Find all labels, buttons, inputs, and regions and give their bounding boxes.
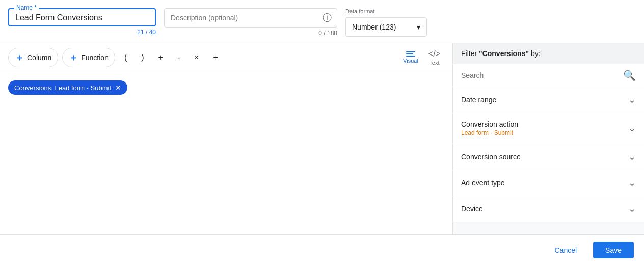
open-paren-button[interactable]: ( — [119, 50, 132, 65]
filter-panel: Filter "Conversions" by: 🔍 Date range ⌄ … — [453, 43, 644, 234]
pill-close-button[interactable]: ✕ — [115, 84, 121, 92]
visual-icon — [406, 51, 415, 57]
column-plus-icon: ＋ — [15, 51, 24, 64]
divide-button[interactable]: ÷ — [208, 50, 223, 65]
function-button[interactable]: ＋ Function — [62, 48, 115, 67]
chevron-down-icon: ⌄ — [628, 203, 636, 214]
filter-search: 🔍 — [453, 64, 644, 87]
function-label: Function — [81, 53, 109, 62]
main-area: ＋ Column ＋ Function ( ) + - × ÷ Visual — [0, 43, 644, 234]
filter-item-ad-event-type-title: Ad event type — [461, 179, 505, 187]
function-plus-icon: ＋ — [69, 51, 78, 64]
visual-label: Visual — [403, 58, 418, 64]
pill-label: Conversions: Lead form - Submit — [14, 84, 111, 92]
filter-header-suffix: by: — [529, 49, 541, 58]
chevron-down-icon: ⌄ — [628, 94, 636, 105]
minus-button[interactable]: - — [172, 50, 185, 65]
close-paren-button[interactable]: ) — [136, 50, 149, 65]
save-button[interactable]: Save — [593, 242, 634, 258]
code-icon: </> — [428, 49, 440, 59]
filter-header-prefix: Filter — [461, 49, 479, 58]
filter-header-keyword: "Conversions" — [479, 49, 529, 58]
chevron-down-icon: ⌄ — [628, 177, 636, 188]
filter-item-conversion-source-title: Conversion source — [461, 153, 521, 161]
column-label: Column — [27, 53, 51, 62]
name-char-count: 21 / 40 — [8, 29, 156, 36]
visual-view-button[interactable]: Visual — [399, 49, 422, 66]
filter-item-conversion-action[interactable]: Conversion action Lead form - Submit ⌄ — [453, 113, 644, 144]
data-format-label: Data format — [345, 8, 427, 14]
name-input-container: Name * — [8, 8, 156, 26]
view-toggle: Visual </> Text — [399, 47, 444, 68]
name-input[interactable] — [15, 13, 149, 22]
data-format-select[interactable]: Number (123) ▾ — [345, 17, 427, 37]
footer: Cancel Save — [0, 234, 644, 265]
text-label: Text — [429, 60, 439, 66]
cancel-button[interactable]: Cancel — [544, 242, 587, 258]
text-view-button[interactable]: </> Text — [424, 47, 444, 68]
filter-item-device[interactable]: Device ⌄ — [453, 196, 644, 222]
chevron-down-icon: ⌄ — [628, 123, 636, 134]
filter-item-date-range-title: Date range — [461, 96, 496, 104]
formula-pill: Conversions: Lead form - Submit ✕ — [8, 80, 127, 95]
filter-header: Filter "Conversions" by: — [453, 43, 644, 64]
column-button[interactable]: ＋ Column — [8, 48, 58, 67]
data-format-value: Number (123) — [352, 23, 396, 31]
top-section: Name * 21 / 40 ⓘ 0 / 180 Data format Num… — [0, 0, 644, 43]
help-icon[interactable]: ⓘ — [323, 12, 332, 24]
filter-item-device-title: Device — [461, 205, 483, 213]
formula-area: ＋ Column ＋ Function ( ) + - × ÷ Visual — [0, 43, 453, 234]
filter-item-ad-event-type[interactable]: Ad event type ⌄ — [453, 170, 644, 196]
search-icon: 🔍 — [623, 69, 636, 81]
plus-button[interactable]: + — [153, 50, 168, 65]
multiply-button[interactable]: × — [189, 50, 204, 65]
toolbar: ＋ Column ＋ Function ( ) + - × ÷ Visual — [0, 43, 452, 72]
filter-item-conversion-action-title: Conversion action — [461, 120, 518, 128]
chevron-down-icon: ▾ — [417, 23, 420, 31]
name-field-wrapper: Name * 21 / 40 — [8, 8, 156, 36]
description-wrapper: ⓘ 0 / 180 — [164, 8, 337, 37]
description-input[interactable] — [171, 14, 316, 22]
filter-item-conversion-action-sub: Lead form - Submit — [461, 129, 518, 136]
filter-item-date-range[interactable]: Date range ⌄ — [453, 87, 644, 113]
chevron-down-icon: ⌄ — [628, 151, 636, 162]
name-label: Name * — [14, 4, 39, 11]
filter-item-conversion-source[interactable]: Conversion source ⌄ — [453, 144, 644, 170]
formula-content: Conversions: Lead form - Submit ✕ — [0, 72, 452, 234]
data-format-wrapper: Data format Number (123) ▾ — [345, 8, 427, 37]
filter-search-input[interactable] — [461, 71, 619, 79]
description-input-container: ⓘ — [164, 8, 337, 28]
description-char-count: 0 / 180 — [164, 30, 337, 37]
